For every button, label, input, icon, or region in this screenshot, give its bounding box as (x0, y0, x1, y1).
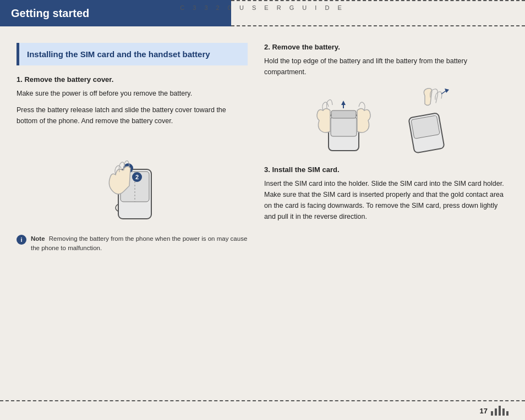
hand-right-svg (392, 87, 463, 153)
step3-body: Insert the SIM card into the holder. Sli… (264, 178, 508, 222)
step3-title: 3. Install the SIM card. (264, 165, 508, 174)
phone-illustration: 1 2 (17, 136, 248, 224)
note-label: Note (31, 235, 45, 242)
bar3 (499, 406, 501, 416)
note-text: Note Removing the battery from the phone… (31, 234, 248, 253)
step1-title: 1. Remove the battery cover. (17, 75, 248, 84)
svg-rect-9 (331, 117, 357, 136)
svg-marker-16 (445, 89, 449, 93)
svg-marker-12 (341, 101, 346, 105)
header-bar: C 3 3 2 0 U S E R G U I D E Getting star… (0, 0, 525, 26)
header-right (231, 0, 525, 26)
svg-text:2: 2 (135, 174, 139, 180)
left-column: Installing the SIM card and the handset … (17, 43, 248, 389)
note-box: i Note Removing the battery from the pho… (17, 234, 248, 253)
bar1 (491, 411, 493, 416)
step1-body1: Make sure the power is off before you re… (17, 88, 248, 99)
hands-illustration (264, 87, 508, 153)
right-column: 2. Remove the battery. Hold the top edge… (264, 43, 508, 389)
step2-body: Hold the top edge of the battery and lif… (264, 56, 508, 78)
hand-left-svg (309, 87, 381, 153)
main-content: Installing the SIM card and the handset … (0, 26, 525, 400)
step1-body2: Press the battery release latch and slid… (17, 104, 248, 126)
phone-svg: 1 2 (85, 136, 179, 224)
step2-title: 2. Remove the battery. (264, 43, 508, 51)
note-icon: i (17, 235, 26, 245)
section-heading-box: Installing the SIM card and the handset … (17, 43, 248, 65)
section-heading: Installing the SIM card and the handset … (27, 48, 240, 60)
page-bars (491, 406, 508, 416)
bar5 (506, 411, 508, 416)
page-number: 17 (480, 407, 488, 415)
footer: 17 (0, 400, 525, 420)
svg-rect-10 (331, 110, 356, 118)
note-content: Removing the battery from the phone when… (31, 235, 247, 251)
bar2 (495, 408, 497, 416)
svg-rect-14 (411, 115, 440, 139)
bar4 (502, 408, 505, 416)
page-wrapper: C 3 3 2 0 U S E R G U I D E Getting star… (0, 0, 525, 420)
